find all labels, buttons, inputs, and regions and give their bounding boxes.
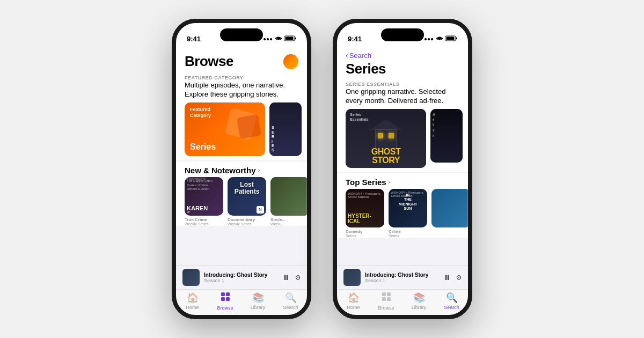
podcast-item-third[interactable]: Socie... Week... <box>270 177 307 226</box>
svg-rect-3 <box>221 292 225 296</box>
library-icon: 📚 <box>252 292 264 304</box>
status-icons: ●●● <box>263 35 296 42</box>
third-series-art <box>431 189 468 227</box>
lost-sub: Weekly Series <box>228 222 266 226</box>
karen-sub: Weekly Series <box>185 222 223 226</box>
podcast-row: The Bigger Cries Cause: Police Officer's… <box>176 177 307 226</box>
featured-tagline: Multiple episodes, one narrative. Explor… <box>185 81 298 99</box>
side-card[interactable]: SERIES <box>269 102 302 156</box>
status-time: 9:41 <box>187 35 201 43</box>
series-item-hysterical[interactable]: WONDRY • Pineapple Street Studios HYSTER… <box>346 189 384 238</box>
side-card-text: SERIES <box>272 126 274 152</box>
series-item-third[interactable] <box>431 189 468 238</box>
browse-header: Browse <box>176 49 307 73</box>
tab-search-label-2: Search <box>444 305 459 310</box>
page-title: Browse <box>185 53 233 70</box>
back-navigation[interactable]: ‹ Search <box>337 49 468 60</box>
tab-library-2[interactable]: 📚 Library <box>402 292 435 311</box>
midnight-art: WONDRY • Pineapple Street Studios INTHEM… <box>389 189 427 227</box>
tab-search-label: Search <box>283 305 298 310</box>
series-featured-cards: SeriesEssentials GHOSTSTORY After <box>337 107 468 172</box>
noteworthy-header: New & Noteworthy › <box>176 161 307 177</box>
tab-home-2[interactable]: 🏠 Home <box>337 292 370 311</box>
top-series-section: Top Series › WONDRY • Pineapple Street S… <box>337 173 468 238</box>
third-art <box>270 177 307 216</box>
avatar[interactable] <box>283 54 298 69</box>
card-label: FeaturedCategory <box>190 107 211 119</box>
karen-text: KAREN <box>187 205 221 211</box>
podcast-item-lost[interactable]: LostPatients N Documentary Weekly Series <box>228 177 266 226</box>
airplay-button[interactable]: ⊙ <box>295 274 301 281</box>
tab-browse[interactable]: Browse <box>209 292 241 311</box>
tab-browse-2[interactable]: Browse <box>370 292 402 311</box>
pause-button[interactable]: ⏸ <box>282 273 290 282</box>
podcast-item-karen[interactable]: The Bigger Cries Cause: Police Officer's… <box>185 177 223 226</box>
pause-button-2[interactable]: ⏸ <box>443 273 451 282</box>
browse-icon <box>221 292 230 304</box>
svg-rect-2 <box>286 36 294 40</box>
tab-home-label: Home <box>186 305 199 310</box>
tab-library[interactable]: 📚 Library <box>241 292 274 311</box>
tab-browse-label: Browse <box>217 305 233 311</box>
ghost-story-card[interactable]: SeriesEssentials GHOSTSTORY <box>346 109 426 168</box>
third-type: Socie... <box>270 217 307 223</box>
featured-section-header: FEATURED CATEGORY Multiple episodes, one… <box>176 73 307 100</box>
hysterical-sub: Series <box>346 234 384 238</box>
wondry-badge: W <box>187 210 190 214</box>
series-side-card[interactable]: After <box>430 109 463 163</box>
now-playing-info-2: Introducing: Ghost Story Season 1 <box>365 272 439 283</box>
featured-card-series[interactable]: FeaturedCategory Series <box>185 102 265 156</box>
hysterical-art: WONDRY • Pineapple Street Studios HYSTER… <box>346 189 384 227</box>
top-series-header: Top Series › <box>337 173 468 189</box>
noteworthy-section: New & Noteworthy › The Bigger Cries Caus… <box>176 161 307 226</box>
now-playing-title-2: Introducing: Ghost Story <box>365 272 439 278</box>
svg-rect-6 <box>226 297 230 301</box>
battery-icon-2 <box>445 35 457 42</box>
now-badge: N <box>257 206 264 214</box>
featured-cards: FeaturedCategory Series SERIES <box>176 100 307 160</box>
svg-rect-9 <box>447 36 455 40</box>
essentials-tagline: One gripping narrative. Selected every m… <box>346 87 459 106</box>
series-header: Series <box>337 60 468 79</box>
tab-bar: 🏠 Home Browse 📚 Library 🔍 Search <box>176 289 307 315</box>
dynamic-island-2 <box>381 28 424 41</box>
tab-search-2[interactable]: 🔍 Search <box>435 292 468 311</box>
svg-rect-5 <box>221 297 225 301</box>
tab-search[interactable]: 🔍 Search <box>274 292 307 311</box>
noteworthy-arrow[interactable]: › <box>258 166 260 174</box>
tab-browse-label-2: Browse <box>378 305 394 311</box>
airplay-button-2[interactable]: ⊙ <box>456 274 462 281</box>
series-title: Series <box>346 61 386 77</box>
top-series-row: WONDRY • Pineapple Street Studios HYSTER… <box>337 189 468 238</box>
now-playing-season: Season 1 <box>204 278 278 283</box>
battery-icon <box>284 35 296 42</box>
noteworthy-title: New & Noteworthy <box>185 166 256 175</box>
now-playing-title: Introducing: Ghost Story <box>204 272 278 278</box>
now-playing-bar[interactable]: Introducing: Ghost Story Season 1 ⏸ ⊙ <box>176 265 307 289</box>
series-item-midnight[interactable]: WONDRY • Pineapple Street Studios INTHEM… <box>389 189 427 238</box>
now-playing-art <box>182 269 200 286</box>
dynamic-island <box>220 28 263 41</box>
svg-rect-13 <box>387 297 391 301</box>
tab-home-label-2: Home <box>347 305 360 310</box>
top-series-title: Top Series <box>346 178 386 187</box>
svg-rect-1 <box>295 37 296 39</box>
home-icon: 🏠 <box>187 292 199 304</box>
tab-bar-2: 🏠 Home Browse 📚 Library 🔍 Search <box>337 289 468 315</box>
playback-controls: ⏸ ⊙ <box>282 273 301 282</box>
karen-art: The Bigger Cries Cause: Police Officer's… <box>185 177 223 216</box>
status-time-2: 9:41 <box>348 35 362 43</box>
tab-library-label: Library <box>251 305 266 310</box>
browse-icon-2 <box>382 292 391 304</box>
library-icon-2: 📚 <box>413 292 425 304</box>
third-sub: Week... <box>270 222 307 226</box>
phone-browse: 9:41 ●●● Browse FEAT <box>172 19 311 319</box>
top-series-arrow[interactable]: › <box>389 178 391 186</box>
svg-rect-10 <box>382 292 386 296</box>
now-playing-bar-2[interactable]: Introducing: Ghost Story Season 1 ⏸ ⊙ <box>337 265 468 289</box>
search-icon-2: 🔍 <box>446 292 458 304</box>
ghost-story-title-area: GHOSTSTORY <box>346 148 426 165</box>
tab-home[interactable]: 🏠 Home <box>176 292 209 311</box>
card-title: Series <box>190 142 216 152</box>
phone-series: 9:41 ●●● ‹ Search Series SERIES ESSEN <box>333 19 472 319</box>
